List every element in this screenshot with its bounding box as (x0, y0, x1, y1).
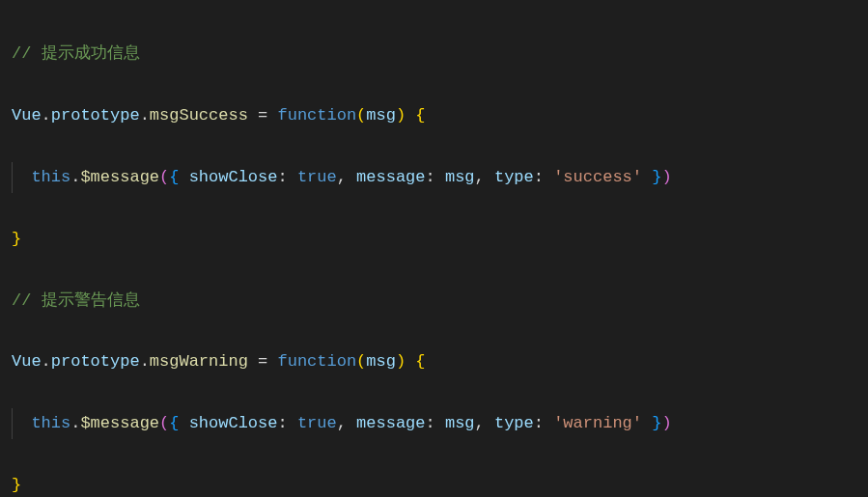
code-line: this.$message({ showClose: true, message… (12, 408, 856, 439)
code-line: Vue.prototype.msgSuccess = function(msg)… (12, 100, 856, 131)
code-line: } (12, 224, 856, 255)
code-line: // 提示警告信息 (12, 286, 856, 317)
code-line: Vue.prototype.msgWarning = function(msg)… (12, 346, 856, 377)
code-line: } (12, 470, 856, 497)
code-line: this.$message({ showClose: true, message… (12, 162, 856, 193)
code-editor-content[interactable]: // 提示成功信息 Vue.prototype.msgSuccess = fun… (12, 8, 856, 497)
code-line: // 提示成功信息 (12, 39, 856, 69)
comment-text: // 提示警告信息 (12, 291, 140, 310)
comment-text: // 提示成功信息 (12, 44, 140, 63)
